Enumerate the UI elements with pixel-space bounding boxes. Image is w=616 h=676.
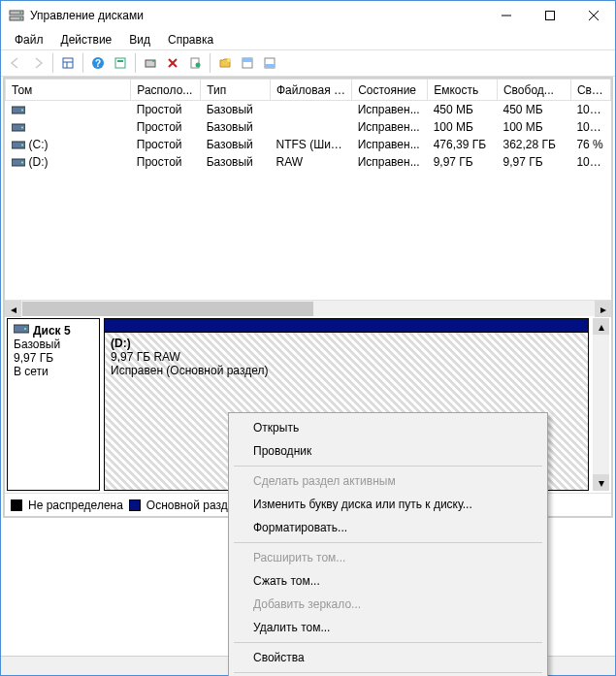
settings-button[interactable] [110,52,131,74]
cm-mirror[interactable]: Добавить зеркало... [232,593,544,616]
cm-change-letter[interactable]: Изменить букву диска или путь к диску... [232,493,544,516]
separator [210,53,211,73]
col-capacity[interactable]: Емкость [428,80,498,101]
svg-point-35 [24,328,26,330]
disk-info-panel[interactable]: Диск 5 Базовый 9,97 ГБ В сети [7,318,100,491]
minimize-button[interactable] [484,1,528,30]
drive-icon [12,105,25,115]
svg-point-29 [21,127,23,129]
scroll-track[interactable] [593,335,609,474]
svg-text:?: ? [95,58,101,69]
list-bottom-button[interactable] [259,52,280,74]
col-freepct[interactable]: Своб [570,80,610,101]
separator [135,53,136,73]
svg-rect-5 [545,12,554,20]
disk-icon [14,323,29,338]
cm-format[interactable]: Форматировать... [232,516,544,539]
context-menu: Открыть Проводник Сделать раздел активны… [228,412,548,676]
svg-rect-23 [243,58,252,62]
scroll-right-icon[interactable]: ▸ [595,301,611,317]
col-fs[interactable]: Файловая с... [270,80,351,101]
disk-management-window: Управление дисками Файл Действие Вид Спр… [0,0,616,676]
menu-file[interactable]: Файл [7,31,51,48]
menu-action[interactable]: Действие [53,31,120,48]
svg-rect-25 [265,64,275,68]
cm-extend[interactable]: Расширить том... [232,546,544,569]
list-top-button[interactable] [237,52,258,74]
volume-table[interactable]: Том Располо... Тип Файловая с... Состоян… [5,79,611,300]
separator [234,542,542,543]
table-row[interactable]: (C:)ПростойБазовыйNTFS (Шиф...Исправен..… [6,136,611,153]
menu-view[interactable]: Вид [121,31,158,48]
horizontal-scrollbar[interactable]: ◂ ▸ [5,300,611,316]
separator [234,642,542,643]
table-header-row: Том Располо... Тип Файловая с... Состоян… [6,80,611,101]
col-status[interactable]: Состояние [352,80,428,101]
svg-point-16 [152,60,154,62]
col-free[interactable]: Свобод... [497,80,570,101]
svg-rect-34 [14,325,29,333]
svg-point-3 [19,17,21,19]
svg-point-33 [21,162,23,164]
disk-state: В сети [14,365,93,378]
partition-label: (D:) [111,337,582,350]
scroll-thumb[interactable] [22,302,313,316]
delete-button[interactable] [162,52,183,74]
properties-button[interactable] [184,52,206,74]
cm-properties[interactable]: Свойства [232,646,544,669]
disk-size: 9,97 ГБ [14,351,93,365]
scroll-track[interactable] [21,301,595,316]
drive-icon [12,140,25,150]
svg-point-21 [227,58,231,62]
cm-shrink[interactable]: Сжать том... [232,569,544,593]
view-button[interactable] [57,52,79,74]
window-controls [484,1,615,30]
forward-button[interactable] [27,52,49,74]
scroll-up-icon[interactable]: ▴ [593,318,609,335]
table-row[interactable]: ПростойБазовыйИсправен...450 МБ450 МБ100… [6,101,611,119]
legend-primary: Основной разде [146,499,234,512]
titlebar[interactable]: Управление дисками [1,1,615,30]
col-volume[interactable]: Том [6,80,131,101]
col-type[interactable]: Тип [201,80,271,101]
legend-swatch-unallocated [11,499,22,511]
app-icon [9,8,24,23]
legend-unallocated: Не распределена [28,499,123,512]
disk-type: Базовый [14,338,93,351]
help-button[interactable]: ? [87,52,109,74]
new-folder-button[interactable] [214,52,236,74]
toolbar: ? [1,49,615,77]
cm-make-active[interactable]: Сделать раздел активным [232,469,544,493]
table-row[interactable]: ПростойБазовыйИсправен...100 МБ100 МБ100… [6,118,611,136]
cm-delete[interactable]: Удалить том... [232,616,544,639]
cm-open[interactable]: Открыть [232,416,544,439]
scroll-left-icon[interactable]: ◂ [5,301,21,317]
drive-icon [12,122,25,133]
separator [82,53,83,73]
svg-rect-13 [115,58,125,68]
menu-help[interactable]: Справка [160,31,221,48]
svg-rect-8 [63,58,73,68]
separator [234,672,542,673]
partition-header-bar [104,318,589,332]
legend-swatch-primary [129,499,141,511]
disk-name: Диск 5 [33,324,71,338]
window-title: Управление дисками [30,9,484,22]
col-layout[interactable]: Располо... [131,80,201,101]
table-row[interactable]: (D:)ПростойБазовыйRAWИсправен...9,97 ГБ9… [6,153,611,171]
vertical-scrollbar[interactable]: ▴ ▾ [593,318,609,491]
menubar: Файл Действие Вид Справка [1,30,615,49]
svg-point-27 [21,110,23,112]
svg-rect-14 [117,60,123,62]
svg-point-31 [21,145,23,146]
partition-info: 9,97 ГБ RAW [111,350,582,364]
cm-explorer[interactable]: Проводник [232,439,544,463]
drive-icon [12,157,25,168]
close-button[interactable] [571,1,615,30]
refresh-button[interactable] [140,52,161,74]
maximize-button[interactable] [528,1,571,30]
partition-status: Исправен (Основной раздел) [111,364,582,377]
scroll-down-icon[interactable]: ▾ [593,474,609,491]
back-button[interactable] [5,52,26,74]
svg-point-2 [19,12,21,14]
